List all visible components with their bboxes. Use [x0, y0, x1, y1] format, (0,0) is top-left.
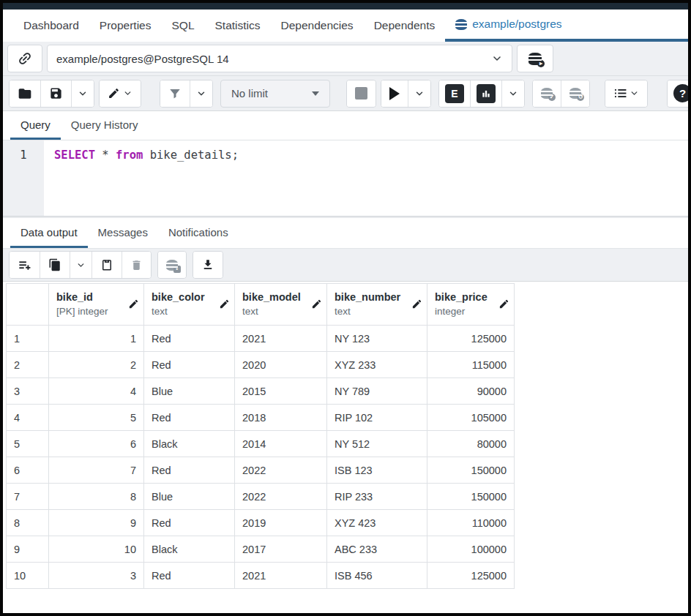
cell-bike-id[interactable]: 3 [49, 563, 144, 589]
new-connection-button[interactable]: ▸ [517, 45, 553, 72]
cell-bike-id[interactable]: 9 [49, 510, 144, 536]
cell-bike-color[interactable]: Red [144, 326, 235, 352]
cell-bike-color[interactable]: Red [144, 405, 235, 431]
cell-bike-id[interactable]: 5 [49, 405, 144, 431]
cell-bike-number[interactable]: RIP 102 [327, 405, 427, 431]
cell-bike-number[interactable]: XYZ 423 [327, 510, 427, 536]
row-number[interactable]: 8 [7, 510, 49, 536]
tab-data-output[interactable]: Data output [10, 218, 88, 248]
cell-bike-number[interactable]: RIP 233 [327, 484, 427, 510]
edit-column-icon[interactable] [498, 298, 509, 309]
cell-bike-price[interactable]: 90000 [427, 378, 515, 405]
cell-bike-number[interactable]: ISB 456 [327, 563, 427, 589]
tab-dependents[interactable]: Dependents [364, 10, 446, 42]
delete-row-button[interactable] [122, 252, 151, 278]
macros-button[interactable] [605, 80, 647, 107]
cell-bike-number[interactable]: ISB 123 [327, 457, 427, 484]
save-data-button[interactable]: ▪ [158, 252, 186, 278]
open-file-button[interactable] [10, 80, 40, 107]
stop-button[interactable] [347, 80, 376, 107]
connection-selector[interactable]: example/postgres@PostgreSQL 14 [47, 45, 512, 72]
tab-query[interactable]: Query [10, 111, 61, 140]
edit-column-icon[interactable] [219, 298, 230, 309]
cell-bike-color[interactable]: Blue [144, 378, 235, 405]
row-limit-select[interactable]: No limit [220, 80, 330, 108]
cell-bike-price[interactable]: 115000 [427, 352, 515, 378]
cell-bike-id[interactable]: 6 [49, 431, 144, 457]
cell-bike-model[interactable]: 2022 [235, 484, 327, 510]
edit-column-icon[interactable] [411, 298, 422, 309]
cell-bike-model[interactable]: 2021 [235, 563, 327, 589]
cell-bike-model[interactable]: 2021 [235, 326, 327, 352]
cell-bike-model[interactable]: 2015 [235, 378, 327, 405]
add-row-button[interactable] [10, 252, 40, 278]
edit-button[interactable] [100, 80, 141, 107]
cell-bike-id[interactable]: 8 [49, 484, 144, 510]
execute-button[interactable] [381, 80, 408, 107]
cell-bike-id[interactable]: 10 [49, 536, 144, 563]
cell-bike-model[interactable]: 2022 [235, 457, 327, 484]
column-header-bike-model[interactable]: bike_model text [235, 284, 327, 326]
tab-properties[interactable]: Properties [89, 10, 162, 42]
rollback-button[interactable]: ↺ [561, 80, 589, 107]
tab-statistics[interactable]: Statistics [205, 10, 271, 42]
cell-bike-id[interactable]: 4 [49, 378, 144, 405]
cell-bike-price[interactable]: 125000 [427, 563, 515, 589]
cell-bike-price[interactable]: 100000 [427, 536, 515, 563]
cell-bike-color[interactable]: Black [144, 431, 235, 457]
column-header-bike-id[interactable]: bike_id [PK] integer [49, 284, 144, 326]
tab-notifications[interactable]: Notifications [158, 218, 239, 248]
cell-bike-price[interactable]: 80000 [427, 431, 515, 457]
column-header-bike-color[interactable]: bike_color text [144, 284, 235, 326]
sql-editor[interactable]: 1 SELECT * from bike_details; [3, 140, 688, 216]
tab-query-history[interactable]: Query History [61, 111, 149, 140]
cell-bike-color[interactable]: Black [144, 536, 235, 563]
cell-bike-color[interactable]: Red [144, 563, 235, 589]
cell-bike-number[interactable]: NY 789 [327, 378, 427, 405]
filter-button[interactable] [160, 80, 190, 107]
row-number[interactable]: 3 [7, 378, 49, 405]
save-menu-button[interactable] [71, 80, 94, 107]
filter-menu-button[interactable] [190, 80, 212, 107]
help-button[interactable]: ? [668, 80, 691, 107]
cell-bike-number[interactable]: NY 512 [327, 431, 427, 457]
row-number[interactable]: 4 [7, 405, 49, 431]
tab-query-tool-active[interactable]: example/postgres [445, 10, 688, 42]
cell-bike-id[interactable]: 2 [49, 352, 144, 378]
connection-status-button[interactable] [7, 45, 42, 72]
cell-bike-model[interactable]: 2018 [235, 405, 327, 431]
row-number[interactable]: 5 [7, 431, 49, 457]
cell-bike-id[interactable]: 1 [49, 326, 144, 352]
row-number[interactable]: 2 [7, 352, 49, 378]
select-all-corner-cell[interactable] [7, 284, 49, 326]
cell-bike-number[interactable]: XYZ 233 [327, 352, 427, 378]
cell-bike-id[interactable]: 7 [49, 457, 144, 484]
cell-bike-number[interactable]: NY 123 [327, 326, 427, 352]
cell-bike-price[interactable]: 110000 [427, 510, 515, 536]
paste-button[interactable] [91, 252, 122, 278]
execute-menu-button[interactable] [408, 80, 430, 107]
cell-bike-price[interactable]: 150000 [427, 457, 515, 484]
save-button[interactable] [40, 80, 71, 107]
row-number[interactable]: 1 [7, 326, 49, 352]
edit-column-icon[interactable] [311, 298, 322, 309]
row-number[interactable]: 7 [7, 484, 49, 510]
row-number[interactable]: 6 [7, 457, 49, 484]
cell-bike-price[interactable]: 125000 [427, 326, 515, 352]
cell-bike-price[interactable]: 150000 [427, 484, 515, 510]
cell-bike-model[interactable]: 2019 [235, 510, 327, 536]
cell-bike-number[interactable]: ABC 233 [327, 536, 427, 563]
cell-bike-color[interactable]: Red [144, 457, 235, 484]
commit-button[interactable]: ✓ [533, 80, 561, 107]
download-button[interactable] [193, 252, 223, 278]
cell-bike-model[interactable]: 2017 [235, 536, 327, 563]
explain-menu-button[interactable] [501, 80, 524, 107]
cell-bike-color[interactable]: Red [144, 510, 235, 536]
copy-button[interactable] [40, 252, 70, 278]
tab-messages[interactable]: Messages [88, 218, 158, 248]
copy-menu-button[interactable] [70, 252, 91, 278]
column-header-bike-number[interactable]: bike_number text [327, 284, 427, 326]
explain-analyze-button[interactable] [470, 80, 501, 107]
row-number[interactable]: 9 [7, 536, 49, 563]
explain-button[interactable]: E [439, 80, 470, 107]
